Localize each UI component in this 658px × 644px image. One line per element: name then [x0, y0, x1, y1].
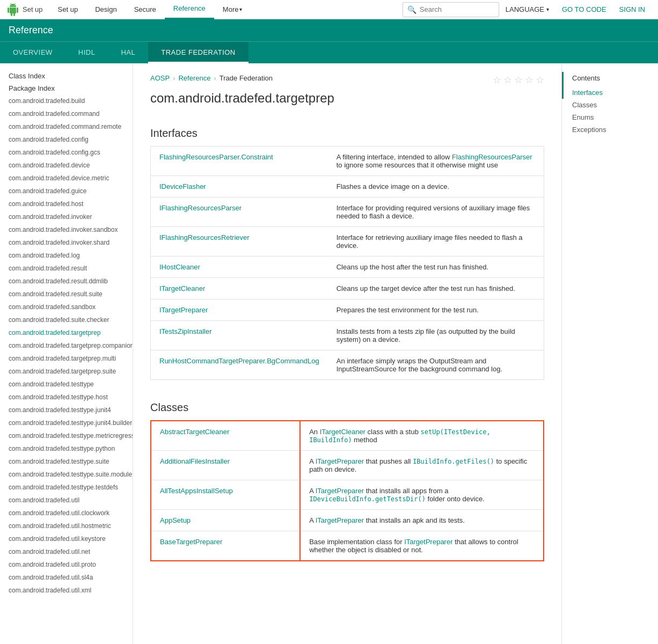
- sidebar-item-result-suite[interactable]: com.android.tradefed.result.suite: [0, 288, 133, 301]
- sign-in-button[interactable]: SIGN IN: [613, 0, 652, 19]
- interface-desc-ideviceflasher: Flashes a device image on a device.: [328, 176, 544, 197]
- class-link-alltestappsinstallsetup[interactable]: AllTestAppsInstallSetup: [160, 487, 233, 495]
- sidebar-item-util-clockwork[interactable]: com.android.tradefed.util.clockwork: [0, 507, 133, 519]
- sec-nav-overview[interactable]: OVERVIEW: [0, 42, 65, 63]
- sidebar-item-config[interactable]: com.android.tradefed.config: [0, 133, 133, 146]
- sidebar-item-log[interactable]: com.android.tradefed.log: [0, 249, 133, 262]
- sidebar-item-testtype[interactable]: com.android.tradefed.testtype: [0, 378, 133, 391]
- sidebar-item-testtype-suite-module[interactable]: com.android.tradefed.testtype.suite.modu…: [0, 468, 133, 481]
- sidebar-class-index-title[interactable]: Class Index: [0, 68, 133, 82]
- interface-link-flashing-constraint[interactable]: FlashingResourcesParser.Constraint: [159, 153, 273, 161]
- star-1[interactable]: ☆: [493, 74, 501, 86]
- breadcrumb-reference[interactable]: Reference: [178, 74, 210, 82]
- sidebar-item-result-ddmlib[interactable]: com.android.tradefed.result.ddmlib: [0, 275, 133, 288]
- sidebar-item-util-xml[interactable]: com.android.tradefed.util.xml: [0, 584, 133, 597]
- sidebar-item-testtype-junit4-builder[interactable]: com.android.tradefed.testtype.junit4.bui…: [0, 416, 133, 429]
- interface-link-itargetcleaner[interactable]: ITargetCleaner: [159, 284, 205, 292]
- sidebar-item-util-hostmetric[interactable]: com.android.tradefed.util.hostmetric: [0, 519, 133, 532]
- nav-item-design[interactable]: Design: [86, 0, 125, 19]
- sidebar-item-suite-checker[interactable]: com.android.tradefed.suite.checker: [0, 313, 133, 326]
- interface-link-ideviceflasher[interactable]: IDeviceFlasher: [159, 182, 206, 191]
- class-link-abstracttargetcleaner[interactable]: AbstractTargetCleaner: [160, 428, 229, 436]
- table-row: BaseTargetPreparer Base implementation c…: [151, 531, 544, 561]
- sidebar-item-targetprep[interactable]: com.android.tradefed.targetprep: [0, 326, 133, 339]
- sidebar-item-command[interactable]: com.android.tradefed.command: [0, 107, 133, 120]
- toc-item-exceptions[interactable]: Exceptions: [562, 123, 658, 136]
- nav-item-setup[interactable]: Set up: [49, 0, 87, 19]
- sidebar-item-invoker-sandbox[interactable]: com.android.tradefed.invoker.sandbox: [0, 223, 133, 236]
- sidebar-item-testtype-junit4[interactable]: com.android.tradefed.testtype.junit4: [0, 404, 133, 416]
- sec-nav-trade-federation[interactable]: TRADE FEDERATION: [148, 42, 248, 63]
- table-row: AppSetup A ITargetPreparer that installs…: [151, 510, 544, 531]
- interface-link-iflashingresourcesretriever[interactable]: IFlashingResourcesRetriever: [159, 233, 250, 241]
- sidebar-item-testtype-python[interactable]: com.android.tradefed.testtype.python: [0, 442, 133, 455]
- nav-item-secure[interactable]: Secure: [126, 0, 165, 19]
- class-desc-basetargetpreparer: Base implementation class for ITargetPre…: [300, 531, 544, 561]
- search-box[interactable]: 🔍: [403, 2, 499, 17]
- toc-item-enums[interactable]: Enums: [562, 111, 658, 123]
- sidebar-item-result[interactable]: com.android.tradefed.result: [0, 262, 133, 275]
- nav-item-more[interactable]: More ▾: [214, 0, 251, 19]
- main-content: AOSP › Reference › Trade Federation ☆ ☆ …: [133, 63, 561, 644]
- search-input[interactable]: [420, 5, 495, 13]
- interface-link-ihostcleaner[interactable]: IHostCleaner: [159, 263, 200, 271]
- toc-title: Contents: [562, 72, 658, 86]
- logo[interactable]: Set up: [6, 3, 43, 16]
- interface-link-runhostcommand[interactable]: RunHostCommandTargetPreparer.BgCommandLo…: [159, 357, 319, 365]
- class-link-basetargetpreparer[interactable]: BaseTargetPreparer: [160, 538, 222, 546]
- sidebar-item-device[interactable]: com.android.tradefed.device: [0, 159, 133, 172]
- sidebar-item-testtype-host[interactable]: com.android.tradefed.testtype.host: [0, 391, 133, 404]
- sidebar-package-index-title[interactable]: Package Index: [0, 82, 133, 94]
- interface-desc-itargetcleaner: Cleans up the target device after the te…: [328, 278, 544, 299]
- sidebar-item-testtype-metricregression[interactable]: com.android.tradefed.testtype.metricregr…: [0, 429, 133, 442]
- breadcrumb-aosp[interactable]: AOSP: [150, 74, 170, 82]
- table-row: IFlashingResourcesRetriever Interface fo…: [151, 227, 544, 257]
- nav-item-reference[interactable]: Reference: [165, 0, 214, 19]
- sec-nav-hidl[interactable]: HIDL: [65, 42, 108, 63]
- star-3[interactable]: ☆: [514, 74, 523, 86]
- language-button[interactable]: LANGUAGE ▾: [499, 0, 555, 19]
- class-desc-appsetup: A ITargetPreparer that installs an apk a…: [300, 510, 544, 531]
- toc-sidebar: Contents Interfaces Classes Enums Except…: [561, 63, 658, 644]
- star-2[interactable]: ☆: [503, 74, 512, 86]
- android-logo-icon: [6, 3, 19, 16]
- star-5[interactable]: ☆: [536, 74, 544, 86]
- main-layout: Class Index Package Index com.android.tr…: [0, 63, 658, 644]
- stars-rating[interactable]: ☆ ☆ ☆ ☆ ☆: [493, 74, 544, 86]
- toc-item-interfaces[interactable]: Interfaces: [562, 86, 658, 99]
- sidebar-item-command-remote[interactable]: com.android.tradefed.command.remote: [0, 120, 133, 133]
- sec-nav-hal[interactable]: HAL: [108, 42, 148, 63]
- sidebar-item-testtype-suite[interactable]: com.android.tradefed.testtype.suite: [0, 455, 133, 468]
- sidebar-item-invoker-shard[interactable]: com.android.tradefed.invoker.shard: [0, 236, 133, 249]
- sidebar-item-build[interactable]: com.android.tradefed.build: [0, 94, 133, 107]
- sidebar-item-targetprep-companion[interactable]: com.android.tradefed.targetprep.companio…: [0, 339, 133, 352]
- interface-desc-runhostcommand: An interface simply wraps the OutputStre…: [328, 350, 544, 380]
- toc-item-classes[interactable]: Classes: [562, 99, 658, 111]
- class-link-additionalfilesinstaller[interactable]: AdditionalFilesInstaller: [160, 457, 230, 465]
- class-link-appsetup[interactable]: AppSetup: [160, 516, 191, 524]
- sidebar-item-device-metric[interactable]: com.android.tradefed.device.metric: [0, 172, 133, 185]
- interface-link-itargetpreparer[interactable]: ITargetPreparer: [159, 306, 208, 314]
- sidebar-item-util-sl4a[interactable]: com.android.tradefed.util.sl4a: [0, 571, 133, 584]
- go-to-code-button[interactable]: GO TO CODE: [555, 0, 613, 19]
- sidebar-item-util-keystore[interactable]: com.android.tradefed.util.keystore: [0, 532, 133, 545]
- star-4[interactable]: ☆: [525, 74, 533, 86]
- table-row: IDeviceFlasher Flashes a device image on…: [151, 176, 544, 197]
- sidebar-item-targetprep-multi[interactable]: com.android.tradefed.targetprep.multi: [0, 352, 133, 365]
- sidebar-item-targetprep-suite[interactable]: com.android.tradefed.targetprep.suite: [0, 365, 133, 378]
- interface-link-itestszipinstaller[interactable]: ITestsZipInstaller: [159, 327, 212, 335]
- sidebar-item-util-net[interactable]: com.android.tradefed.util.net: [0, 545, 133, 558]
- sidebar-item-sandbox[interactable]: com.android.tradefed.sandbox: [0, 301, 133, 313]
- sidebar-item-util[interactable]: com.android.tradefed.util: [0, 494, 133, 507]
- sidebar-item-config-gcs[interactable]: com.android.tradefed.config.gcs: [0, 146, 133, 159]
- interface-link-iflashingresourcesparser[interactable]: IFlashingResourcesParser: [159, 204, 242, 212]
- sidebar-item-util-proto[interactable]: com.android.tradefed.util.proto: [0, 558, 133, 571]
- sidebar-item-testtype-testdefs[interactable]: com.android.tradefed.testtype.testdefs: [0, 481, 133, 494]
- interface-desc-itestszipinstaller: Installs tests from a tests zip file (as…: [328, 321, 544, 350]
- sidebar-item-guice[interactable]: com.android.tradefed.guice: [0, 185, 133, 197]
- interfaces-table: FlashingResourcesParser.Constraint A fil…: [150, 146, 544, 380]
- interface-desc-flashing-constraint: A filtering interface, intended to allow…: [328, 147, 544, 176]
- sidebar-item-host[interactable]: com.android.tradefed.host: [0, 197, 133, 210]
- sidebar-item-invoker[interactable]: com.android.tradefed.invoker: [0, 210, 133, 223]
- table-row: IHostCleaner Cleans up the host after th…: [151, 257, 544, 278]
